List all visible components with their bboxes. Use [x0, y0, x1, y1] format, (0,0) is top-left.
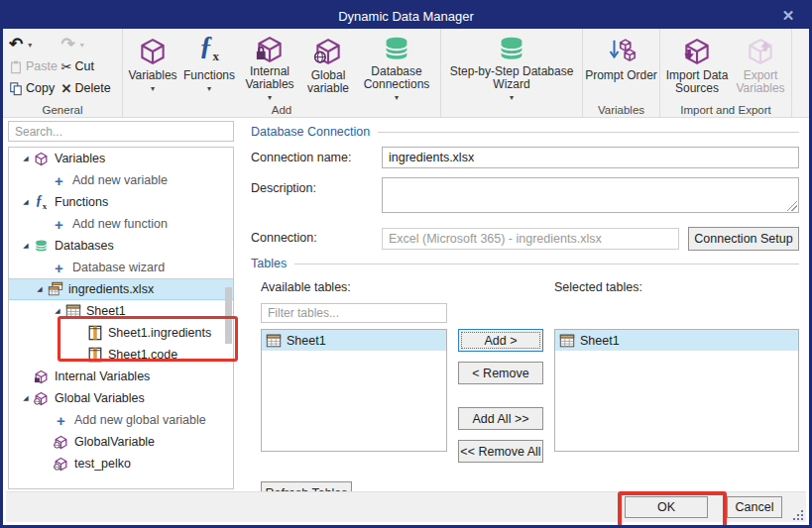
- available-tables-list[interactable]: Sheet1: [261, 329, 447, 452]
- cube-icon: [138, 35, 168, 68]
- connection-setup-button[interactable]: Connection Setup: [688, 227, 799, 251]
- tree-item-globalvariable[interactable]: GlobalVariable: [9, 431, 233, 453]
- close-icon[interactable]: ✕: [775, 3, 801, 29]
- expand-arrow-icon[interactable]: ◢: [19, 155, 33, 162]
- resize-grip-icon[interactable]: [787, 201, 797, 211]
- undo-icon: ↶: [9, 38, 23, 52]
- dialog-footer: OK Cancel: [6, 491, 806, 522]
- database-connections-caret-icon: ▾: [395, 91, 399, 104]
- tree-item-global-variables[interactable]: ◢ Global Variables: [9, 387, 233, 409]
- tree-label: Add new variable: [72, 173, 168, 187]
- import-data-sources-button[interactable]: Import Data Sources: [662, 31, 732, 104]
- ribbon-group-import-export: Import Data Sources Export Variables Imp…: [660, 29, 792, 117]
- table-column-icon: [86, 347, 103, 364]
- step-by-step-wizard-button[interactable]: Step-by-Step Database Wizard▾: [443, 31, 580, 104]
- group-label-import-export: Import and Export: [660, 104, 791, 116]
- plus-icon: +: [53, 413, 69, 428]
- plus-icon: +: [51, 173, 67, 188]
- tree-item-database-wizard[interactable]: + Database wizard: [9, 257, 233, 278]
- step-by-step-wizard-label: Step-by-Step Database Wizard: [443, 65, 580, 91]
- database-connection-panel: Database Connection Connection name: Des…: [243, 118, 809, 494]
- global-variable-button[interactable]: Global variable: [301, 31, 355, 104]
- internal-variables-button[interactable]: Internal Variables▾: [238, 31, 301, 104]
- cube-lock-icon: [33, 369, 50, 385]
- cut-button[interactable]: ✂ Cut: [61, 59, 116, 74]
- resize-grip-icon[interactable]: [792, 509, 804, 521]
- remove-all-button[interactable]: << Remove All: [458, 440, 543, 463]
- filter-tables-input[interactable]: [261, 303, 447, 323]
- selected-tables-list[interactable]: Sheet1: [554, 329, 799, 452]
- export-cube-icon: [746, 35, 775, 68]
- import-data-sources-label: Import Data Sources: [662, 69, 732, 95]
- tree-item-add-new-function[interactable]: + Add new function: [9, 213, 233, 235]
- redo-button: ↷ ▾: [61, 38, 116, 52]
- delete-button[interactable]: ✕ Delete: [61, 81, 116, 96]
- tree-item-ingredients-xlsx[interactable]: ◢ ingredients.xlsx: [9, 278, 233, 300]
- expand-arrow-icon[interactable]: ◢: [19, 242, 33, 250]
- undo-caret-icon[interactable]: ▾: [28, 41, 32, 50]
- tree-scrollbar[interactable]: [225, 287, 232, 344]
- table-icon: [64, 303, 81, 320]
- tree-item-sheet1-code[interactable]: Sheet1.code: [9, 344, 233, 366]
- variables-caret-icon: ▾: [151, 82, 155, 95]
- expand-arrow-icon[interactable]: ◢: [19, 394, 33, 402]
- global-variable-label: Global variable: [301, 69, 355, 95]
- tree-label: Variables: [55, 152, 105, 165]
- delete-icon: ✕: [61, 81, 72, 96]
- tree-item-internal-variables[interactable]: Internal Variables: [9, 366, 233, 387]
- variables-button[interactable]: Variables ▾: [125, 31, 180, 104]
- functions-button[interactable]: ƒx Functions ▾: [180, 31, 238, 104]
- description-textarea[interactable]: [382, 177, 799, 213]
- table-icon: [265, 332, 282, 349]
- add-button[interactable]: Add >: [458, 329, 543, 352]
- tree-item-sheet1[interactable]: ◢ Sheet1: [9, 300, 233, 322]
- ribbon-group-wizard: Step-by-Step Database Wizard▾: [441, 29, 583, 117]
- remove-button[interactable]: < Remove: [458, 362, 543, 384]
- connection-name-input[interactable]: [382, 147, 799, 168]
- cube-globe-icon: [53, 434, 69, 451]
- expand-arrow-icon[interactable]: ◢: [51, 307, 64, 315]
- prompt-order-button[interactable]: Prompt Order: [585, 31, 657, 104]
- wizard-caret-icon: ▾: [510, 91, 514, 104]
- undo-button[interactable]: ↶ ▾: [9, 38, 61, 52]
- database-icon: [33, 238, 50, 255]
- tree-item-add-new-global-variable[interactable]: + Add new global variable: [9, 409, 233, 431]
- tree-item-variables[interactable]: ◢ Variables: [9, 148, 233, 169]
- tree-label: Functions: [55, 195, 108, 209]
- group-label-general: General: [3, 104, 122, 116]
- group-label-variables: Variables: [583, 104, 659, 116]
- copy-button[interactable]: Copy: [9, 81, 61, 96]
- tree-item-add-new-variable[interactable]: + Add new variable: [9, 169, 233, 191]
- tree-label: Sheet1: [86, 304, 126, 318]
- table-name: Sheet1: [287, 334, 326, 348]
- cancel-button[interactable]: Cancel: [727, 496, 782, 518]
- add-all-button[interactable]: Add All >>: [458, 407, 543, 430]
- function-icon: ƒx: [33, 194, 50, 211]
- list-item-sheet1[interactable]: Sheet1: [555, 330, 798, 351]
- tree-label: test_pelko: [74, 457, 131, 471]
- expand-arrow-icon[interactable]: ◢: [33, 285, 47, 293]
- tree-item-functions[interactable]: ◢ ƒx Functions: [9, 191, 233, 213]
- tree-item-databases[interactable]: ◢ Databases: [9, 235, 233, 257]
- prompt-order-label: Prompt Order: [585, 69, 657, 82]
- search-input[interactable]: [8, 121, 234, 142]
- plus-icon: +: [51, 217, 67, 232]
- group-label-add: Add: [123, 104, 440, 116]
- data-source-tree: ◢ Variables + Add new variable ◢ ƒx Func…: [8, 147, 234, 489]
- cube-globe-icon: [53, 456, 69, 473]
- ribbon-toolbar: ↶ ▾ ↷ ▾ Paste ✂ Cut: [3, 29, 809, 118]
- cube-globe-icon: [33, 390, 50, 407]
- ribbon-group-general: ↶ ▾ ↷ ▾ Paste ✂ Cut: [3, 29, 123, 117]
- title-bar[interactable]: Dynamic Data Manager ✕: [3, 3, 809, 29]
- available-tables-label: Available tables:: [261, 280, 447, 296]
- ok-button[interactable]: OK: [625, 496, 708, 518]
- tree-item-sheet1-ingredients[interactable]: Sheet1.ingredients: [9, 322, 233, 344]
- database-connections-button[interactable]: Database Connections▾: [355, 31, 438, 104]
- tree-item-test-pelko[interactable]: test_pelko: [9, 453, 233, 475]
- cut-icon: ✂: [61, 59, 72, 74]
- expand-arrow-icon[interactable]: ◢: [19, 198, 33, 206]
- tree-label: Internal Variables: [55, 370, 150, 383]
- list-item-sheet1[interactable]: Sheet1: [262, 330, 446, 351]
- prompt-order-icon: [607, 35, 637, 68]
- connection-label: Connection:: [251, 227, 382, 251]
